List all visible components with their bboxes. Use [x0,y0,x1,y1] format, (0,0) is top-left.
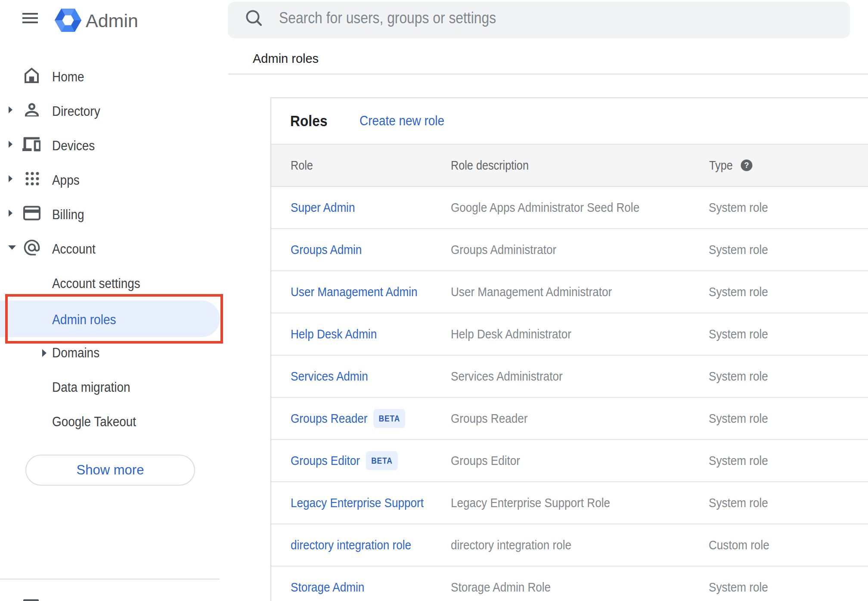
svg-text:?: ? [744,161,749,170]
